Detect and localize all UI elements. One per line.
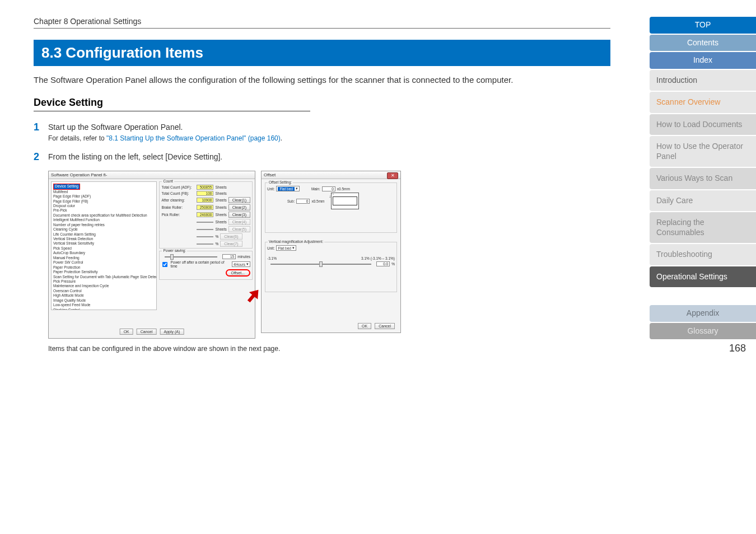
offset-cancel-button[interactable]: Cancel	[375, 323, 395, 329]
offset-button[interactable]: Offset...	[226, 269, 250, 277]
vertical-mag-title: Vertical magnification Adjustment:	[268, 240, 324, 243]
power-minutes-label: minutes	[237, 255, 250, 259]
sidebar-item-top[interactable]: TOP	[650, 17, 756, 34]
offset-sub-value[interactable]: 0	[296, 199, 310, 204]
count-fb-label: Total Count (FB):	[161, 191, 195, 195]
offset-setting-group: Offset Setting: Unit: Flat bed ▾ Main: 0…	[265, 182, 397, 233]
sidebar-item-replacing[interactable]: Replacing the Consumables	[650, 212, 756, 243]
offset-unit-select[interactable]: Flat bed ▾	[276, 186, 300, 191]
sidebar-item-daily-care[interactable]: Daily Care	[650, 190, 756, 212]
sidebar-item-how-to-load[interactable]: How to Load Documents	[650, 114, 756, 135]
device-setting-heading: Device Setting	[34, 97, 310, 111]
tree-item[interactable]: Vertical Streak Detection	[53, 237, 155, 241]
offset-diagram-icon: → ↓	[331, 193, 359, 209]
tree-item[interactable]: Page Edge Filler (ADF)	[53, 194, 155, 199]
count-pick-value: 246800	[197, 212, 213, 217]
count-pick-unit: Sheets	[215, 213, 226, 217]
tree-item[interactable]: Dropout color	[53, 204, 155, 208]
offset-main-unit: x0.5mm	[337, 187, 350, 191]
cancel-button[interactable]: Cancel	[137, 329, 157, 335]
vmag-unit-select[interactable]: Flat bed ▾	[276, 245, 296, 251]
offset-window-title: Offset	[262, 171, 400, 179]
step-2-number: 2	[34, 151, 48, 163]
tree-item[interactable]: Vertical Streak Sensitivity	[53, 241, 155, 246]
sidebar-item-glossary[interactable]: Glossary	[650, 323, 756, 340]
vertical-mag-group: Vertical magnification Adjustment: Unit:…	[265, 242, 397, 292]
offset-main-value[interactable]: 0	[322, 186, 335, 191]
count-spare1-unit: Sheets	[215, 220, 226, 224]
sidebar-item-introduction[interactable]: Introduction	[650, 70, 756, 91]
sidebar-item-appendix[interactable]: Appendix	[650, 305, 756, 322]
clear-5-button: Clear(5)	[228, 226, 250, 232]
offset-ok-button[interactable]: OK	[358, 323, 371, 329]
tree-item[interactable]: Manual Feeding	[53, 256, 155, 260]
sidebar-item-troubleshooting[interactable]: Troubleshooting	[650, 244, 756, 265]
count-clean-label: After cleaning:	[161, 198, 195, 202]
clear-4-button: Clear(4)	[228, 219, 250, 225]
section-title: 8.3 Configuration Items	[34, 40, 610, 66]
tree-item[interactable]: Image Quality Mode	[53, 298, 155, 303]
sidebar-item-operator-panel[interactable]: How to Use the Operator Panel	[650, 136, 756, 167]
power-off-hours-select[interactable]: 4Hours ▾	[232, 261, 250, 267]
tree-item[interactable]: Maintenance and Inspection Cycle	[53, 284, 155, 288]
vmag-range-right: 3.1% (-3.1% – 3.1%)	[361, 256, 395, 260]
chapter-header: Chapter 8 Operational Settings	[34, 17, 610, 29]
count-clean-unit: Sheets	[215, 198, 226, 202]
tree-item[interactable]: Pick Pressure	[53, 279, 155, 284]
power-saving-slider[interactable]	[165, 256, 217, 257]
sidebar-item-index[interactable]: Index	[650, 52, 756, 69]
step-1-link[interactable]: "8.1 Starting Up the Software Operation …	[106, 134, 281, 142]
step-1-number: 1	[34, 121, 48, 133]
tree-item[interactable]: Multifeed	[53, 190, 155, 194]
tree-item[interactable]: Stacking Control	[53, 308, 155, 311]
tree-item[interactable]: Paper Protection	[53, 265, 155, 270]
tree-item[interactable]: Cleaning Cycle	[53, 227, 155, 232]
tree-item[interactable]: Scan Setting for Document with Tab (Auto…	[53, 275, 155, 279]
power-off-label: Power off after a certain period of time	[170, 260, 230, 268]
tree-item[interactable]: AutoCrop Boundary	[53, 251, 155, 255]
power-minutes-value[interactable]: 15	[222, 254, 236, 259]
power-saving-group: Power saving: 15 minutes Power off after…	[159, 251, 253, 280]
settings-tree[interactable]: Device Setting Multifeed Page Edge Fille…	[51, 181, 157, 310]
vmag-slider[interactable]	[270, 264, 371, 265]
tree-item[interactable]: Page Edge Filler (FB)	[53, 199, 155, 204]
count-clean-value: 10900	[197, 198, 213, 203]
tree-item[interactable]: Life Counter Alarm Setting	[53, 232, 155, 237]
tree-selected-device-setting[interactable]: Device Setting	[53, 184, 80, 189]
sidebar-item-contents[interactable]: Contents	[650, 35, 756, 51]
clear-2-button[interactable]: Clear(2)	[228, 204, 250, 210]
tree-item[interactable]: Low-speed Feed Mode	[53, 303, 155, 307]
window-title: Software Operation Panel fi-	[49, 171, 255, 179]
tree-item[interactable]: Pre-Pick	[53, 208, 155, 213]
tree-item[interactable]: High Altitude Mode	[53, 293, 155, 298]
sidebar-item-operational-settings[interactable]: Operational Settings	[650, 266, 756, 288]
count-adf-value: 500855	[197, 185, 213, 190]
tree-item[interactable]: Pick Speed	[53, 246, 155, 251]
tree-item[interactable]: Number of paper feeding retries	[53, 223, 155, 227]
sidebar-item-scanner-overview[interactable]: Scanner Overview	[650, 92, 756, 113]
close-icon[interactable]: ✕	[387, 172, 398, 179]
clear-3-button[interactable]: Clear(3)	[228, 212, 250, 218]
offset-sub-unit: x0.5mm	[311, 199, 324, 203]
screenshot-offset-dialog: Offset ✕ Offset Setting: Unit: Flat bed …	[261, 171, 401, 333]
sidebar-item-various-ways[interactable]: Various Ways to Scan	[650, 168, 756, 189]
tree-item[interactable]: Paper Protection Sensitivity	[53, 270, 155, 274]
step-2-text: From the listing on the left, select [De…	[48, 151, 222, 162]
count-brake-label: Brake Roller:	[161, 205, 195, 209]
tree-item[interactable]: Overscan Control	[53, 289, 155, 293]
vmag-range-left: -3.1%	[267, 256, 277, 260]
clear-7-button: Clear(7)	[220, 241, 242, 247]
tree-item[interactable]: Intelligent Multifeed Function	[53, 218, 155, 222]
ok-button[interactable]: OK	[120, 329, 133, 335]
power-off-checkbox[interactable]	[162, 262, 167, 267]
count-brake-value: 250800	[197, 205, 213, 210]
clear-1-button[interactable]: Clear(1)	[228, 197, 250, 203]
tree-item[interactable]: Document check area specification for Mu…	[53, 213, 155, 218]
apply-button[interactable]: Apply (A)	[160, 329, 184, 335]
intro-text: The Software Operation Panel allows the …	[34, 74, 610, 87]
count-fb-unit: Sheets	[215, 191, 226, 195]
step-1: 1 Start up the Software Operation Panel.…	[34, 121, 610, 144]
caption-text: Items that can be configured in the abov…	[48, 344, 610, 354]
tree-item[interactable]: Power SW Control	[53, 260, 155, 265]
vmag-value[interactable]: 0.0	[376, 261, 390, 266]
